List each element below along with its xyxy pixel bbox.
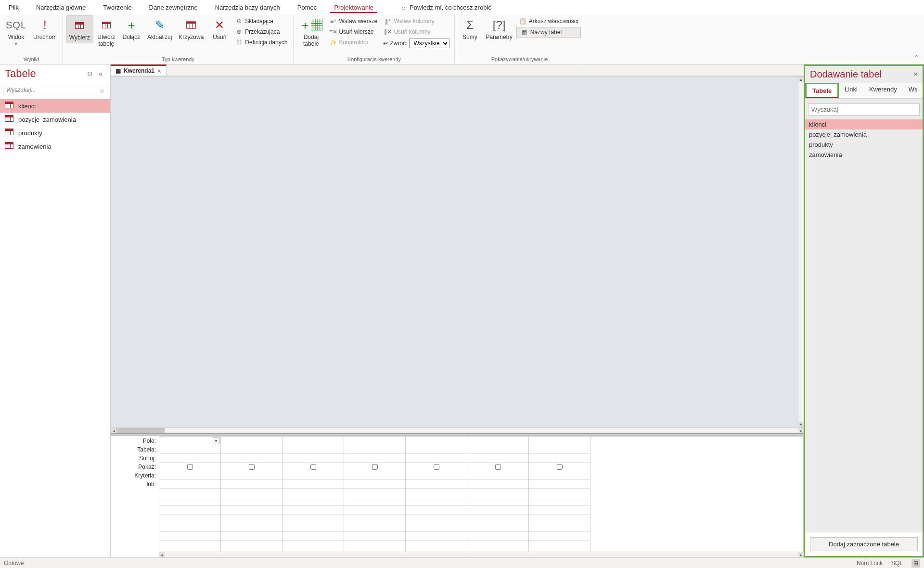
grid-cell-pokaz[interactable] [159,463,220,471]
usun-button[interactable]: ✕ Usuń [207,15,231,42]
tab-linki[interactable]: Linki [839,83,863,98]
grid-cell-or[interactable] [221,480,282,489]
grid-cell-or[interactable] [406,506,467,515]
dodaj-tabele-button[interactable]: ＋▦ Dodaj tabele [296,15,325,50]
grid-cell-or[interactable] [467,480,528,489]
grid-cell-or[interactable] [159,541,220,549]
menu-narzedzia-bazy-danych[interactable]: Narzędzia bazy danych [211,2,284,13]
tab-kwerendy[interactable]: Kwerendy [863,83,903,98]
grid-cell-or[interactable] [406,480,467,489]
collapse-ribbon-button[interactable]: ⌃ [909,51,924,64]
skladajaca-button[interactable]: ⊘ Składająca [232,16,290,26]
grid-cell-or[interactable] [282,541,344,549]
grid-cell-or[interactable] [221,541,282,549]
aktualizuj-button[interactable]: ✎ Aktualizuj [144,15,175,42]
grid-cell-tabela[interactable] [467,445,528,454]
grid-cell-or[interactable] [159,532,220,541]
grid-cell-sortuj[interactable] [159,454,220,463]
grid-cell-pole[interactable] [467,437,528,445]
scroll-left-icon[interactable]: ◂ [159,552,165,557]
grid-cell-kryteria[interactable] [282,471,344,480]
krzyzowa-button[interactable]: Krzyżowa [176,15,206,42]
grid-cell-or[interactable] [344,480,405,489]
grid-cell-or[interactable] [221,523,282,532]
grid-cell-kryteria[interactable] [467,471,528,480]
grid-cell-or[interactable] [221,506,282,515]
nav-item-produkty[interactable]: produkty [0,126,110,140]
show-checkbox[interactable] [495,464,501,470]
grid-cell-or[interactable] [344,506,405,515]
grid-cell-or[interactable] [406,523,467,532]
scroll-thumb[interactable] [116,428,165,433]
grid-cell-or[interactable] [221,497,282,506]
show-checkbox[interactable] [557,464,563,470]
grid-cell-kryteria[interactable] [529,471,590,480]
grid-cell-or[interactable] [159,523,220,532]
grid-cell-kryteria[interactable] [159,471,220,480]
grid-cell-or[interactable] [406,497,467,506]
grid-cell-kryteria[interactable] [406,471,467,480]
wybierz-button[interactable]: Wybierz [66,15,93,43]
grid-cell-or[interactable] [282,532,344,541]
grid-cell-tabela[interactable] [406,445,467,454]
grid-cell-pokaz[interactable] [221,463,282,471]
grid-cell-or[interactable] [344,497,405,506]
zwroc-select[interactable]: Wszystkie [409,39,449,48]
grid-cell-sortuj[interactable] [467,454,528,463]
parametry-button[interactable]: [?] Parametry [483,15,515,42]
grid-cell-tabela[interactable] [221,445,282,454]
scroll-left-icon[interactable]: ◂ [111,428,116,433]
doc-tab-kwerenda1[interactable]: ▦ Kwerenda1 × [111,65,167,76]
grid-cell-or[interactable] [221,515,282,523]
vertical-scrollbar[interactable]: ▴ ▾ [798,77,804,427]
scroll-right-icon[interactable]: ▸ [798,552,804,557]
nav-item-zamowienia[interactable]: zamowienia [0,140,110,153]
grid-cell-or[interactable] [221,489,282,497]
menu-narzedzia-glowne[interactable]: Narzędzia główne [32,2,90,13]
menu-dane-zewnetrzne[interactable]: Dane zewnętrzne [145,2,202,13]
show-checkbox[interactable] [187,464,193,470]
grid-cell-or[interactable] [282,489,344,497]
sumy-button[interactable]: Σ Sumy [458,15,482,42]
grid-cell-or[interactable] [221,532,282,541]
grid-cell-pole[interactable] [344,437,405,445]
list-item-produkty[interactable]: produkty [805,140,923,150]
view-design-button[interactable]: ⊞ [911,559,920,568]
grid-cell-or[interactable] [467,541,528,549]
field-dropdown-icon[interactable]: ▾ [213,438,219,444]
grid-cell-or[interactable] [467,497,528,506]
grid-cell-pole[interactable]: ▾ [159,437,220,445]
usun-wiersze-button[interactable]: ≡✕ Usuń wiersze [326,27,380,37]
wstaw-wiersze-button[interactable]: ≡⁺ Wstaw wiersze [326,16,380,26]
tell-me-search[interactable]: ⌕ Powiedz mi, co chcesz zrobić [401,3,491,12]
grid-cell-or[interactable] [406,541,467,549]
dolacz-button[interactable]: ＋ Dołącz [119,15,143,42]
grid-cell-or[interactable] [282,497,344,506]
nav-dropdown-icon[interactable]: ⊙ [84,69,96,78]
grid-cell-sortuj[interactable] [221,454,282,463]
grid-cell-or[interactable] [159,515,220,523]
show-checkbox[interactable] [249,464,255,470]
nav-search-input[interactable] [3,85,97,95]
grid-cell-or[interactable] [282,480,344,489]
horizontal-scrollbar[interactable]: ◂ ▸ [111,427,804,433]
grid-cell-kryteria[interactable] [221,471,282,480]
grid-cell-pokaz[interactable] [467,463,528,471]
menu-plik[interactable]: Plik [5,2,23,13]
grid-cell-pokaz[interactable] [344,463,405,471]
grid-cell-or[interactable] [529,489,590,497]
grid-cell-or[interactable] [344,523,405,532]
grid-cell-or[interactable] [344,515,405,523]
list-item-klienci[interactable]: klienci [805,119,923,129]
grid-cell-or[interactable] [344,541,405,549]
tab-tabele[interactable]: Tabele [805,83,839,98]
grid-horizontal-scrollbar[interactable]: ◂ ▸ [159,552,804,557]
grid-cell-or[interactable] [282,506,344,515]
grid-cell-sortuj[interactable] [282,454,344,463]
nav-item-pozycje-zamowienia[interactable]: pozycje_zamowienia [0,113,110,126]
grid-cell-or[interactable] [159,480,220,489]
nav-collapse-icon[interactable]: « [96,69,105,78]
grid-cell-or[interactable] [467,506,528,515]
grid-cell-kryteria[interactable] [344,471,405,480]
scroll-up-icon[interactable]: ▴ [798,77,804,82]
